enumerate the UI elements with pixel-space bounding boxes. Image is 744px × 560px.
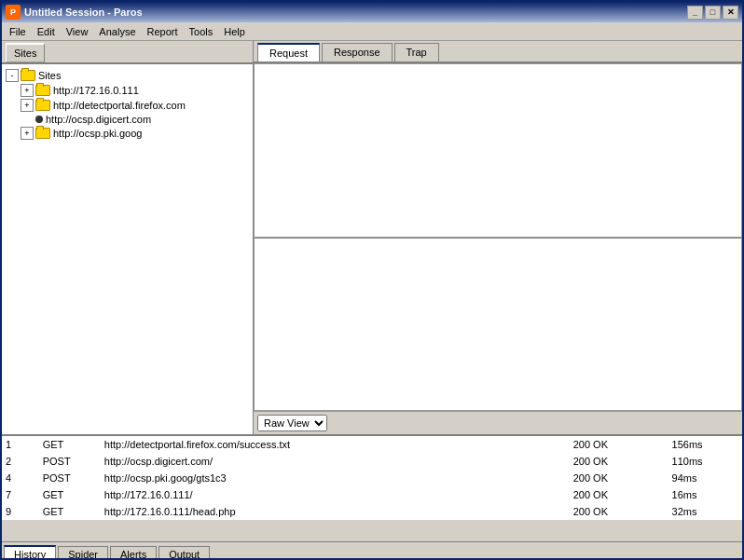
cell-time: 32ms xyxy=(668,503,742,520)
cell-url: http://172.16.0.111/ xyxy=(101,486,570,503)
right-tab-bar: Request Response Trap xyxy=(254,41,742,63)
tab-response[interactable]: Response xyxy=(322,43,393,61)
minimize-button[interactable]: _ xyxy=(687,6,703,20)
history-tbody: 1 GET http://detectportal.firefox.com/su… xyxy=(2,436,742,520)
cell-num: 1 xyxy=(2,436,39,453)
cell-url: http://172.16.0.111/head.php xyxy=(101,503,570,520)
cell-status: 200 OK xyxy=(570,486,668,503)
menu-tools[interactable]: Tools xyxy=(184,24,219,39)
history-table: 1 GET http://detectportal.firefox.com/su… xyxy=(2,436,742,520)
tree-label-172: http://172.16.0.111 xyxy=(53,85,139,96)
left-tab-bar: Sites xyxy=(2,41,253,64)
tree-child-3-container: http://ocsp.digicert.com xyxy=(35,113,249,126)
window-title: Untitled Session - Paros xyxy=(24,7,687,18)
cell-time: 94ms xyxy=(668,470,742,486)
folder-goog xyxy=(35,128,50,139)
bottom-tab-alerts[interactable]: Alerts xyxy=(110,546,157,560)
menu-report[interactable]: Report xyxy=(142,24,184,39)
tree-label-goog: http://ocsp.pki.goog xyxy=(53,128,142,139)
cell-method: GET xyxy=(39,486,101,503)
tree-item-172[interactable]: + http://172.16.0.111 xyxy=(21,83,249,98)
root-folder-icon xyxy=(21,70,35,81)
cell-url: http://ocsp.pki.goog/gts1c3 xyxy=(101,470,570,486)
request-response-container xyxy=(254,63,742,411)
menu-analyse[interactable]: Analyse xyxy=(93,24,141,39)
close-button[interactable]: ✕ xyxy=(723,6,738,20)
tab-trap[interactable]: Trap xyxy=(394,43,439,61)
cell-method: POST xyxy=(39,453,101,470)
cell-method: POST xyxy=(39,470,101,486)
menu-view[interactable]: View xyxy=(61,24,94,39)
root-expander[interactable]: - xyxy=(6,69,19,82)
bottom-tab-spider[interactable]: Spider xyxy=(58,546,108,560)
expander-goog[interactable]: + xyxy=(21,127,34,140)
main-container: Sites - Sites + http://172.16.0.111 xyxy=(2,41,742,434)
sites-tree: - Sites + http://172.16.0.111 + xyxy=(2,64,253,434)
restore-button[interactable]: □ xyxy=(705,6,721,20)
bottom-tab-output[interactable]: Output xyxy=(158,546,210,560)
title-bar: P Untitled Session - Paros _ □ ✕ xyxy=(2,2,742,22)
folder-detectportal xyxy=(35,100,50,111)
cell-url: http://detectportal.firefox.com/success.… xyxy=(101,436,570,453)
tree-item-goog[interactable]: + http://ocsp.pki.goog xyxy=(21,126,249,141)
cell-num: 9 xyxy=(2,503,39,520)
tree-item-digicert[interactable]: http://ocsp.digicert.com xyxy=(35,113,249,126)
cell-num: 2 xyxy=(2,453,39,470)
tree-child-2-container: + http://detectportal.firefox.com xyxy=(21,98,249,113)
bottom-tabs: History Spider Alerts Output xyxy=(2,541,742,560)
tree-child-4-container: + http://ocsp.pki.goog xyxy=(21,126,249,141)
bullet-digicert xyxy=(35,116,43,123)
menu-edit[interactable]: Edit xyxy=(32,24,61,39)
raw-view-bar: Raw View xyxy=(254,411,742,434)
window-controls: _ □ ✕ xyxy=(687,6,738,20)
table-row[interactable]: 7 GET http://172.16.0.111/ 200 OK 16ms xyxy=(2,486,742,503)
cell-url: http://ocsp.digicert.com/ xyxy=(101,453,570,470)
raw-view-select[interactable]: Raw View xyxy=(257,415,327,431)
menu-help[interactable]: Help xyxy=(218,24,251,39)
history-table-container: 1 GET http://detectportal.firefox.com/su… xyxy=(2,434,742,541)
cell-time: 16ms xyxy=(668,486,742,503)
folder-172 xyxy=(35,85,50,96)
cell-time: 156ms xyxy=(668,436,742,453)
tab-request[interactable]: Request xyxy=(257,43,320,61)
tree-item-detectportal[interactable]: + http://detectportal.firefox.com xyxy=(21,98,249,113)
cell-num: 4 xyxy=(2,470,39,486)
expander-172[interactable]: + xyxy=(21,84,34,97)
cell-status: 200 OK xyxy=(570,503,668,520)
menu-file[interactable]: File xyxy=(4,24,32,39)
table-row[interactable]: 2 POST http://ocsp.digicert.com/ 200 OK … xyxy=(2,453,742,470)
cell-num: 7 xyxy=(2,486,39,503)
left-panel: Sites - Sites + http://172.16.0.111 xyxy=(2,41,254,434)
table-row[interactable]: 4 POST http://ocsp.pki.goog/gts1c3 200 O… xyxy=(2,470,742,486)
bottom-tab-history[interactable]: History xyxy=(4,545,56,560)
tree-label-detectportal: http://detectportal.firefox.com xyxy=(53,100,186,111)
right-panel: Request Response Trap Raw View xyxy=(254,41,742,434)
expander-detectportal[interactable]: + xyxy=(21,99,34,112)
window-frame: P Untitled Session - Paros _ □ ✕ File Ed… xyxy=(0,0,744,560)
table-row[interactable]: 9 GET http://172.16.0.111/head.php 200 O… xyxy=(2,503,742,520)
history-scroll[interactable]: 1 GET http://detectportal.firefox.com/su… xyxy=(2,436,742,541)
cell-time: 110ms xyxy=(668,453,742,470)
tree-child-1-container: + http://172.16.0.111 xyxy=(21,83,249,98)
tree-label-digicert: http://ocsp.digicert.com xyxy=(46,114,151,125)
tree-root-label: Sites xyxy=(38,70,61,81)
cell-status: 200 OK xyxy=(570,470,668,486)
cell-status: 200 OK xyxy=(570,436,668,453)
request-pane xyxy=(254,63,742,238)
table-row[interactable]: 1 GET http://detectportal.firefox.com/su… xyxy=(2,436,742,453)
response-pane xyxy=(254,238,742,412)
cell-status: 200 OK xyxy=(570,453,668,470)
sites-tab[interactable]: Sites xyxy=(6,43,45,62)
app-icon: P xyxy=(6,5,21,20)
cell-method: GET xyxy=(39,503,101,520)
menu-bar: File Edit View Analyse Report Tools Help xyxy=(2,22,742,41)
cell-method: GET xyxy=(39,436,101,453)
tree-root[interactable]: - Sites xyxy=(6,68,249,83)
